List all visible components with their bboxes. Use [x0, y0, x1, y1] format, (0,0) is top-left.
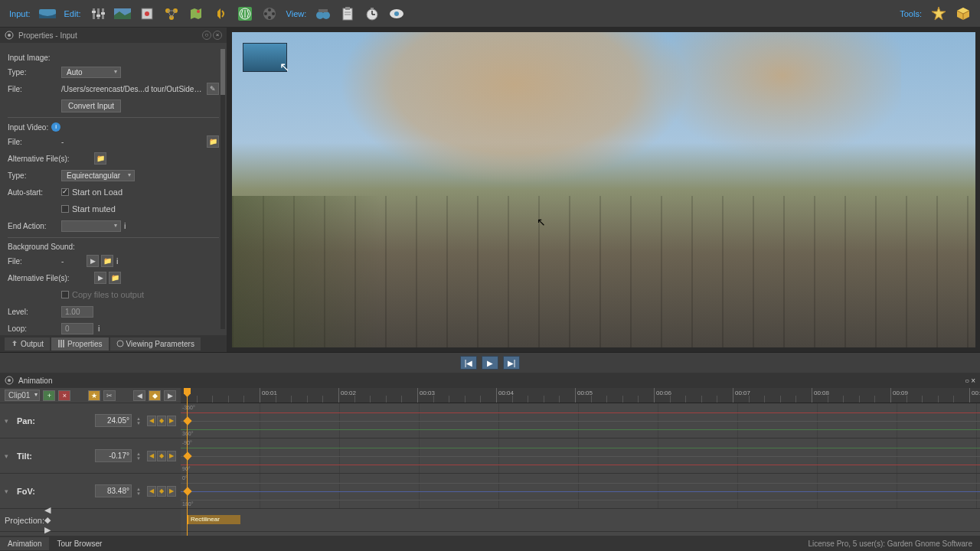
info-icon[interactable]: i — [51, 122, 60, 132]
panel-detach-icon[interactable]: ○ — [965, 377, 969, 385]
info-icon[interactable]: i — [116, 256, 118, 266]
tilt-prev-key[interactable]: ◀ — [147, 451, 156, 461]
prev-keyframe-button[interactable]: |◀ — [460, 356, 477, 370]
tools-button[interactable]: ✂ — [103, 390, 116, 401]
projection-segment[interactable]: Rectilinear — [187, 515, 240, 524]
tab-output[interactable]: Output — [5, 337, 50, 350]
file-label: File: — [8, 85, 61, 93]
status-bar: License Pro, 5 user(s): Garden Gnome Sof… — [808, 540, 980, 548]
collapse-icon[interactable]: ▾ — [5, 417, 12, 425]
bg-browse-icon[interactable]: 📁 — [101, 255, 113, 267]
edit-sound-icon[interactable] — [210, 3, 231, 24]
tilt-value-input[interactable] — [95, 449, 132, 462]
type-select[interactable]: Auto — [61, 67, 121, 78]
tab-tour-browser[interactable]: Tour Browser — [49, 537, 109, 550]
bg-alt-play-icon[interactable]: ▶ — [94, 272, 106, 284]
convert-input-button[interactable]: Convert Input — [61, 99, 121, 112]
tools-star-icon[interactable] — [928, 3, 949, 24]
panel-close-icon[interactable]: × — [213, 31, 222, 40]
timeline-tracks[interactable]: 00:0100:0200:0300:0400:0500:0600:0700:08… — [181, 388, 980, 536]
pan-next-key[interactable]: ▶ — [167, 416, 176, 426]
svg-point-18 — [272, 12, 275, 15]
bg-play-icon[interactable]: ▶ — [87, 255, 99, 267]
view-clipboard-icon[interactable] — [337, 3, 358, 24]
end-action-select[interactable] — [61, 220, 121, 232]
info-icon[interactable]: i — [124, 221, 126, 230]
transport-controls: |◀ ▶ ▶| — [0, 353, 980, 373]
play-button[interactable]: ▶ — [482, 356, 498, 370]
properties-panel: Properties - Input ○ × Input Image: Type… — [0, 28, 227, 352]
fov-prev-key[interactable]: ◀ — [147, 486, 156, 497]
fov-value-input[interactable] — [95, 484, 132, 497]
start-muted-checkbox[interactable] — [61, 205, 69, 213]
star-button[interactable]: ★ — [88, 390, 100, 401]
tilt-track-header: ▾ Tilt: ▲▼ ◀◆▶ — [0, 439, 181, 474]
key-clip-button[interactable]: ◆ — [149, 390, 161, 401]
keyframe[interactable] — [183, 487, 191, 495]
collapse-icon[interactable]: ▾ — [5, 487, 12, 495]
prev-clip-button[interactable]: ◀ — [133, 390, 145, 401]
proj-add-key[interactable]: ◆ — [44, 515, 51, 525]
properties-tabs: Output Properties Viewing Parameters — [0, 335, 227, 352]
pan-prev-key[interactable]: ◀ — [147, 416, 156, 426]
edit-reel-icon[interactable] — [259, 3, 280, 24]
file-browse-icon[interactable]: ✎ — [207, 83, 219, 95]
add-clip-button[interactable]: + — [43, 390, 55, 401]
viewport[interactable]: ↖ — [227, 28, 980, 352]
projection-track-lane[interactable]: Rectilinear — [181, 509, 980, 532]
collapse-icon[interactable]: ▾ — [5, 452, 12, 460]
fov-next-key[interactable]: ▶ — [167, 486, 176, 497]
tools-box-icon[interactable] — [952, 3, 974, 24]
pan-track-lane[interactable]: -360° 360° — [181, 403, 980, 439]
edit-map-icon[interactable] — [185, 3, 207, 24]
next-clip-button[interactable]: ▶ — [164, 390, 176, 401]
edit-image-icon[interactable] — [112, 3, 133, 24]
clip-select[interactable]: Clip01 — [5, 390, 40, 401]
alt-file-browse-icon[interactable]: 📁 — [94, 152, 106, 165]
panorama-canvas[interactable]: ↖ — [232, 32, 975, 347]
edit-google-icon[interactable] — [234, 3, 256, 24]
delete-clip-button[interactable]: × — [58, 390, 70, 401]
tilt-next-key[interactable]: ▶ — [167, 451, 176, 461]
keyframe[interactable] — [183, 452, 191, 460]
input-panorama-icon[interactable] — [37, 3, 58, 24]
video-type-select[interactable]: Equirectangular — [61, 170, 135, 181]
panel-detach-icon[interactable]: ○ — [202, 31, 211, 40]
next-keyframe-button[interactable]: ▶| — [503, 356, 520, 370]
bg-alt-browse-icon[interactable]: 📁 — [109, 272, 121, 284]
start-on-load-checkbox[interactable] — [61, 188, 69, 196]
scrollbar-thumb[interactable] — [220, 49, 225, 95]
timeline-ruler[interactable]: 00:0100:0200:0300:0400:0500:0600:0700:08… — [181, 388, 980, 403]
main-toolbar: Input: Edit: View: Tools: — [0, 0, 980, 28]
playhead[interactable] — [187, 388, 188, 536]
loop-input[interactable]: 0 — [61, 323, 93, 334]
fov-add-key[interactable]: ◆ — [157, 486, 166, 497]
view-binoculars-icon[interactable] — [312, 3, 334, 24]
tab-animation[interactable]: Animation — [0, 537, 49, 550]
level-input[interactable]: 1.00 — [61, 306, 93, 318]
proj-next-key[interactable]: ▶ — [44, 525, 51, 535]
keyframe[interactable] — [183, 416, 191, 425]
edit-nodes-icon[interactable] — [161, 3, 182, 24]
fov-track-lane[interactable]: 0° 180° — [181, 474, 980, 509]
gear-icon — [5, 31, 14, 40]
tab-properties[interactable]: Properties — [51, 337, 109, 350]
tilt-add-key[interactable]: ◆ — [157, 451, 166, 461]
panel-close-icon[interactable]: × — [971, 377, 975, 385]
level-label: Level: — [8, 308, 61, 316]
panorama-thumbnail[interactable] — [243, 43, 287, 72]
tab-viewing-parameters[interactable]: Viewing Parameters — [110, 337, 201, 350]
edit-sliders-icon[interactable] — [87, 3, 109, 24]
edit-hotspot-icon[interactable] — [136, 3, 158, 24]
svg-point-19 — [268, 16, 271, 19]
proj-prev-key[interactable]: ◀ — [44, 505, 51, 515]
video-file-browse-icon[interactable]: 📁 — [207, 135, 219, 148]
pan-value-input[interactable] — [95, 414, 132, 427]
view-eye-icon[interactable] — [386, 3, 407, 24]
pan-add-key[interactable]: ◆ — [157, 416, 166, 426]
copy-files-checkbox[interactable] — [61, 291, 69, 298]
loop-label: Loop: — [8, 324, 61, 333]
view-timer-icon[interactable] — [361, 3, 383, 24]
info-icon[interactable]: i — [98, 324, 100, 333]
tilt-track-lane[interactable]: -90° 90° — [181, 439, 980, 474]
